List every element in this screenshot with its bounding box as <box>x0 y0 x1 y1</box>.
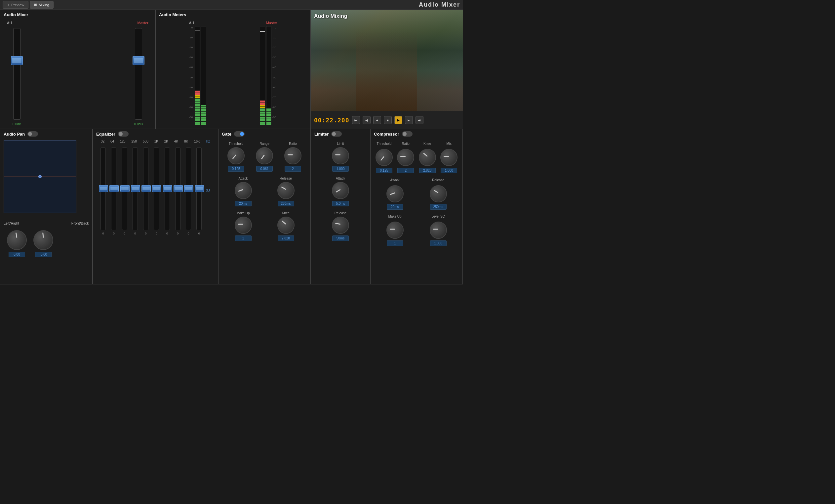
knob-indicator <box>390 229 395 230</box>
tab-preview[interactable]: ▷ Preview <box>3 1 28 8</box>
knob-indicator <box>238 224 243 225</box>
eq-band-500: 0 <box>142 147 150 240</box>
bottom-row: Audio Pan Left/Right Front/Back <box>0 129 463 284</box>
fader-handle-a1[interactable] <box>11 56 23 65</box>
comp-release-knob[interactable] <box>430 185 447 202</box>
limiter-limit-knob[interactable] <box>332 147 349 164</box>
eq-handle-8k[interactable] <box>184 185 194 192</box>
comp-levelsc-group: Level SC 1.000 <box>430 215 447 246</box>
eq-handle-250[interactable] <box>131 185 140 192</box>
toggle-knob <box>403 132 407 136</box>
eq-handle-16k[interactable] <box>195 185 204 192</box>
left-right-knob-group: 0.00 <box>7 230 27 257</box>
limiter-release-knob[interactable] <box>332 217 349 234</box>
fader-track-a1[interactable] <box>13 28 20 120</box>
eq-track-1k[interactable] <box>154 147 159 230</box>
gate-toggle[interactable] <box>234 131 245 137</box>
meter-scale-master: 0-10-20-30-40-50-60-70-80-90 <box>272 26 277 119</box>
gate-ratio-knob[interactable] <box>284 147 302 164</box>
comp-attack-knob[interactable] <box>386 185 404 202</box>
main-content: Audio Mixer A:1 0.0dB Master <box>0 10 463 284</box>
knob-indicator <box>444 156 449 157</box>
eq-track-2k[interactable] <box>165 147 170 230</box>
comp-knee-knob[interactable] <box>419 149 436 166</box>
pan-grid[interactable] <box>4 140 76 213</box>
transport-bar: 00:22.200 ⏮ ◀ ◄ ■ ▶ ► ⏭ <box>311 111 463 129</box>
eq-handle-500[interactable] <box>141 185 151 192</box>
limiter-header: Limiter <box>311 129 370 139</box>
eq-track-64[interactable] <box>111 147 116 230</box>
comp-attack-group: Attack 20ms <box>386 178 404 210</box>
gate-ratio-value: 2 <box>285 166 301 172</box>
prev-frame-button[interactable]: ◀ <box>363 116 370 124</box>
comp-knee-label: Knee <box>424 142 431 145</box>
gate-knee-knob[interactable] <box>277 217 294 234</box>
comp-ratio-group: Ratio 2 <box>397 142 414 173</box>
limiter-attack-knob[interactable] <box>332 182 349 199</box>
mixer-content: A:1 0.0dB Master <box>0 19 155 128</box>
gate-attack-knob[interactable] <box>235 182 252 199</box>
eq-track-4k[interactable] <box>175 147 181 230</box>
gate-range-knob[interactable] <box>256 147 273 164</box>
eq-track-500[interactable] <box>143 147 148 230</box>
forward-button[interactable]: ► <box>405 116 413 124</box>
eq-handle-2k[interactable] <box>163 185 172 192</box>
meter-bar-master-right <box>266 26 271 125</box>
eq-handle-1k[interactable] <box>152 185 161 192</box>
fader-line <box>12 60 21 61</box>
limiter-limit-group: Limit 1.000 <box>311 139 370 173</box>
gate-threshold-knob[interactable] <box>227 147 245 164</box>
knob-indicator <box>232 155 237 159</box>
meter-bar-a1-right <box>201 26 206 125</box>
equalizer-toggle[interactable] <box>118 131 128 137</box>
compressor-toggle[interactable] <box>402 131 412 137</box>
gate-release-group: Release 250ms <box>277 177 294 206</box>
comp-threshold-group: Threshold 0.125 <box>375 142 393 173</box>
comp-ratio-knob[interactable] <box>397 149 414 166</box>
preview-video: Audio Mixing <box>311 10 463 111</box>
preview-icon: ▷ <box>7 3 9 7</box>
rewind-button[interactable]: ◄ <box>373 116 381 124</box>
front-back-knob[interactable] <box>34 230 53 250</box>
comp-levelsc-knob[interactable] <box>430 222 447 239</box>
eq-track-125[interactable] <box>122 147 127 230</box>
skip-back-button[interactable]: ⏮ <box>352 116 360 124</box>
eq-track-250[interactable] <box>133 147 138 230</box>
skip-forward-button[interactable]: ⏭ <box>415 116 424 124</box>
play-button[interactable]: ▶ <box>394 116 402 124</box>
comp-threshold-knob[interactable] <box>375 149 393 166</box>
stop-button[interactable]: ■ <box>384 116 392 124</box>
compressor-row2: Attack 20ms Release 250ms <box>370 175 463 211</box>
left-right-knob[interactable] <box>7 230 27 250</box>
eq-handle-4k[interactable] <box>174 185 183 192</box>
knob-indicator <box>335 189 341 193</box>
equalizer-header: Equalizer <box>93 129 218 139</box>
audio-pan-toggle[interactable] <box>27 131 38 137</box>
knob-indicator <box>433 229 438 230</box>
eq-handle-32[interactable] <box>99 185 108 192</box>
fader-line <box>134 59 143 60</box>
eq-track-32[interactable] <box>101 147 106 230</box>
comp-makeup-knob[interactable] <box>386 222 404 239</box>
knob-indicator <box>433 190 438 194</box>
gate-makeup-group: Make Up 1 <box>235 211 252 241</box>
comp-mix-knob[interactable] <box>440 149 457 166</box>
gate-release-knob[interactable] <box>277 182 294 199</box>
gate-makeup-knob[interactable] <box>235 217 252 234</box>
gate-ratio-group: Ratio 2 <box>284 142 302 172</box>
eq-track-8k[interactable] <box>186 147 191 230</box>
eq-handle-125[interactable] <box>120 185 129 192</box>
gate-row1: Threshold 0.125 Range 0.061 Ratio <box>219 139 310 173</box>
fader-handle-master[interactable] <box>133 56 144 65</box>
compressor-title: Compressor <box>374 132 399 137</box>
meter-group-master: Master <box>260 21 277 126</box>
eq-handle-64[interactable] <box>109 185 119 192</box>
app-title: Audio Mixer <box>419 1 460 8</box>
compressor-row3: Make Up 1 Level SC 1.000 <box>370 211 463 248</box>
tab-mixing[interactable]: ⊞ Mixing <box>30 1 54 8</box>
eq-track-16k[interactable] <box>196 147 202 230</box>
limiter-toggle[interactable] <box>331 131 342 137</box>
fader-line <box>12 62 21 62</box>
fader-track-master[interactable] <box>135 28 142 120</box>
comp-mix-value: 1.000 <box>441 168 457 173</box>
